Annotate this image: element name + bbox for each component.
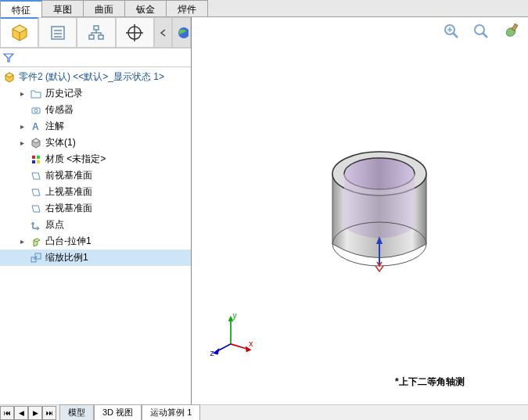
tab-sketch[interactable]: 草图: [41, 0, 84, 16]
scale-icon: [30, 252, 42, 264]
panel-tab-overflow-left[interactable]: [154, 17, 173, 48]
tab-nav-prev[interactable]: ◀: [14, 406, 28, 420]
panel-tab-property[interactable]: [38, 17, 77, 48]
view-orientation-label: *上下二等角轴测: [395, 375, 465, 389]
3d-viewport[interactable]: y x z *上下二等角轴测: [192, 17, 528, 404]
tree-item-right-plane[interactable]: 右视基准面: [0, 200, 191, 217]
zoom-area-icon: [472, 22, 490, 41]
view-orientation-button[interactable]: [500, 20, 522, 42]
tree-label: 原点: [45, 218, 64, 232]
folder-icon: [30, 88, 42, 100]
panel-tab-config[interactable]: [77, 17, 115, 48]
annotation-icon: A: [30, 120, 42, 133]
tree-root[interactable]: 零件2 (默认) <<默认>_显示状态 1>: [0, 69, 191, 85]
plane-icon: [30, 203, 42, 215]
tree-label: 材质 <未指定>: [45, 153, 106, 166]
hierarchy-icon: [88, 24, 105, 41]
tree-label: 缩放比例1: [45, 251, 88, 264]
list-icon: [49, 24, 66, 41]
svg-rect-17: [37, 160, 40, 163]
panel-tab-dimxpert[interactable]: [116, 17, 154, 48]
funnel-icon[interactable]: [2, 51, 16, 65]
tree-label: 前视基准面: [45, 169, 92, 182]
sensor-icon: [30, 104, 42, 117]
ribbon-tabs: 特征 草图 曲面 钣金 焊件: [0, 0, 528, 17]
zoom-area-button[interactable]: [470, 20, 492, 42]
crosshair-icon: [125, 23, 144, 42]
tree-item-history[interactable]: ▸ 历史记录: [0, 85, 191, 102]
zoom-fit-icon: [442, 22, 461, 41]
zoom-fit-button[interactable]: [440, 20, 462, 42]
svg-text:x: x: [249, 339, 253, 348]
tab-sheetmetal[interactable]: 钣金: [124, 0, 167, 16]
tree-item-front-plane[interactable]: 前视基准面: [0, 167, 191, 184]
feature-tree: 零件2 (默认) <<默认>_显示状态 1> ▸ 历史记录 传感器 ▸ A 注解…: [0, 67, 191, 404]
expand-icon[interactable]: ▸: [17, 89, 27, 99]
expand-icon[interactable]: ▸: [17, 237, 27, 246]
panel-tab-feature-tree[interactable]: [0, 17, 38, 48]
view-triad[interactable]: y x z: [207, 311, 254, 357]
tree-root-label: 零件2 (默认) <<默认>_显示状态 1>: [19, 70, 164, 84]
tab-nav-next[interactable]: ▶: [28, 406, 42, 420]
svg-rect-6: [99, 35, 103, 39]
svg-text:z: z: [210, 349, 214, 357]
tree-item-annotations[interactable]: ▸ A 注解: [0, 118, 191, 135]
panel-tab-strip: [0, 17, 191, 48]
svg-rect-14: [32, 156, 35, 159]
extrude-icon: [30, 235, 42, 248]
svg-text:y: y: [233, 311, 238, 320]
bottom-tab-bar: ⏮ ◀ ▶ ⏭ 模型 3D 视图 运动算例 1: [0, 404, 528, 420]
tree-label: 历史记录: [45, 87, 83, 100]
tree-label: 上视基准面: [45, 185, 92, 199]
svg-line-21: [453, 33, 458, 38]
svg-line-23: [483, 33, 487, 38]
material-icon: [30, 153, 42, 166]
svg-rect-15: [37, 156, 40, 159]
filter-bar: [0, 48, 191, 67]
svg-rect-4: [94, 26, 99, 30]
telescope-icon: [501, 21, 521, 41]
tree-item-top-plane[interactable]: 上视基准面: [0, 184, 191, 200]
bottom-tab-model[interactable]: 模型: [59, 404, 94, 420]
tree-item-material[interactable]: 材质 <未指定>: [0, 151, 191, 167]
feature-manager-panel: 零件2 (默认) <<默认>_显示状态 1> ▸ 历史记录 传感器 ▸ A 注解…: [0, 17, 192, 404]
view-toolbar: [440, 20, 522, 42]
tab-nav-first[interactable]: ⏮: [0, 406, 14, 420]
model-preview: [317, 135, 442, 283]
plane-icon: [30, 186, 42, 199]
origin-icon: [30, 219, 42, 232]
panel-tab-overflow-right[interactable]: [172, 17, 191, 48]
tree-label: 实体(1): [45, 136, 76, 149]
plane-icon: [30, 170, 42, 182]
svg-rect-5: [89, 35, 94, 39]
tree-item-sensors[interactable]: 传感器: [0, 102, 191, 118]
bottom-tab-3dview[interactable]: 3D 视图: [94, 404, 142, 420]
svg-rect-25: [512, 24, 517, 31]
svg-text:A: A: [32, 121, 39, 132]
tab-weldment[interactable]: 焊件: [166, 0, 208, 16]
globe-partial-icon: [174, 26, 189, 40]
part-icon: [3, 71, 16, 84]
expand-icon[interactable]: ▸: [17, 122, 27, 131]
tab-nav-last[interactable]: ⏭: [42, 406, 56, 420]
tree-item-solids[interactable]: ▸ 实体(1): [0, 135, 191, 151]
expand-icon[interactable]: ▸: [17, 138, 27, 148]
tab-feature[interactable]: 特征: [0, 0, 42, 16]
svg-rect-16: [32, 160, 35, 163]
tree-item-origin[interactable]: 原点: [0, 217, 191, 233]
tree-label: 传感器: [45, 103, 74, 117]
cube-icon: [9, 23, 30, 43]
solid-icon: [30, 137, 42, 149]
tree-label: 凸台-拉伸1: [45, 235, 92, 248]
bottom-tab-motion[interactable]: 运动算例 1: [142, 404, 200, 420]
tree-label: 注解: [45, 120, 64, 133]
tab-surface[interactable]: 曲面: [83, 0, 125, 16]
tree-label: 右视基准面: [45, 202, 92, 215]
tree-item-extrude[interactable]: ▸ 凸台-拉伸1: [0, 233, 191, 249]
tree-item-scale[interactable]: 缩放比例1: [0, 249, 191, 266]
